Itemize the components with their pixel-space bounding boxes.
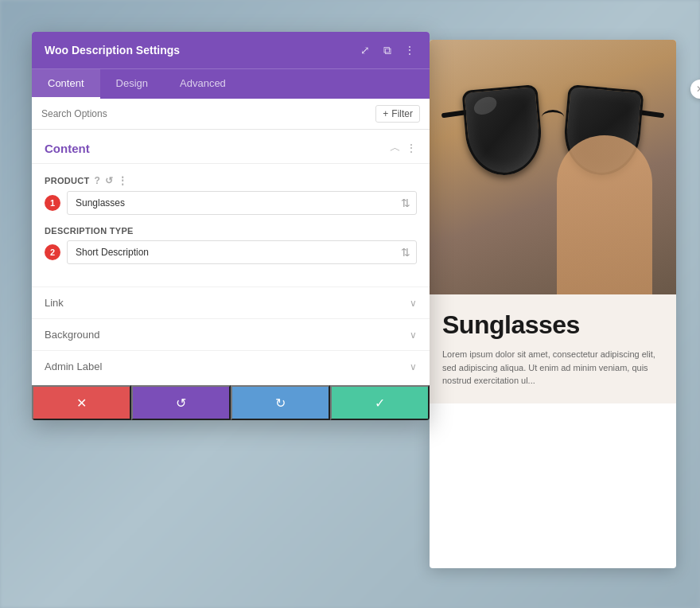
collapsible-admin-label[interactable]: Admin Label ∨ bbox=[32, 350, 430, 382]
description-type-select-wrapper: Short Description Long Description ⇅ bbox=[67, 240, 417, 264]
product-field-row: 1 Sunglasses Glasses Hat ⇅ bbox=[45, 191, 417, 215]
search-bar: + Filter bbox=[32, 99, 430, 130]
collapsible-link[interactable]: Link ∨ bbox=[32, 286, 430, 318]
action-bar: ✕ ↺ ↻ ✓ bbox=[32, 385, 430, 420]
collapse-icon[interactable]: ︿ bbox=[390, 141, 401, 155]
product-help-icon[interactable]: ? bbox=[95, 175, 101, 186]
collapsible-background-chevron: ∨ bbox=[410, 329, 417, 341]
preview-description: Lorem ipsum dolor sit amet, consectetur … bbox=[442, 348, 663, 388]
expand-icon[interactable]: ⤢ bbox=[358, 43, 372, 57]
collapsible-link-label: Link bbox=[45, 297, 64, 309]
product-select-wrapper: Sunglasses Glasses Hat ⇅ bbox=[67, 191, 417, 215]
product-label: Product ? ↺ ⋮ bbox=[45, 175, 417, 186]
collapsible-background-label: Background bbox=[45, 329, 99, 341]
description-type-label-text: Description Type bbox=[45, 226, 134, 236]
more-icon[interactable]: ⋮ bbox=[402, 43, 417, 57]
panel-body: Content ︿ ⋮ Product ? ↺ ⋮ 1 bbox=[32, 130, 430, 420]
product-reset-icon[interactable]: ↺ bbox=[105, 175, 113, 186]
redo-button[interactable]: ↻ bbox=[231, 385, 330, 420]
filter-button[interactable]: + Filter bbox=[375, 105, 420, 123]
filter-label: Filter bbox=[391, 108, 413, 119]
product-more-icon[interactable]: ⋮ bbox=[118, 175, 127, 186]
cancel-icon: ✕ bbox=[76, 396, 87, 411]
description-type-field-row: 2 Short Description Long Description ⇅ bbox=[45, 240, 417, 264]
save-button[interactable]: ✓ bbox=[330, 385, 430, 420]
section-header: Content ︿ ⋮ bbox=[32, 130, 430, 164]
collapsible-background[interactable]: Background ∨ bbox=[32, 318, 430, 350]
product-select[interactable]: Sunglasses Glasses Hat bbox=[67, 191, 417, 215]
filter-plus-icon: + bbox=[383, 108, 388, 119]
step-badge-2: 2 bbox=[45, 244, 60, 260]
save-icon: ✓ bbox=[375, 396, 385, 411]
preview-panel: Sunglasses Lorem ipsum dolor sit amet, c… bbox=[430, 40, 676, 568]
product-label-text: Product bbox=[45, 176, 90, 185]
tab-advanced[interactable]: Advanced bbox=[164, 69, 242, 99]
description-type-label: Description Type bbox=[45, 226, 417, 236]
section-more-icon[interactable]: ⋮ bbox=[406, 142, 417, 154]
tab-design[interactable]: Design bbox=[100, 69, 164, 99]
collapsible-link-chevron: ∨ bbox=[410, 298, 417, 309]
tab-content[interactable]: Content bbox=[32, 69, 100, 99]
collapsible-admin-label-text: Admin Label bbox=[45, 361, 102, 372]
preview-image bbox=[430, 40, 676, 294]
description-type-field-group: Description Type 2 Short Description Lon… bbox=[45, 226, 417, 264]
content-area: Product ? ↺ ⋮ 1 Sunglasses Glasses Hat ⇅ bbox=[32, 164, 430, 286]
cancel-button[interactable]: ✕ bbox=[32, 385, 131, 420]
settings-panel: Woo Description Settings ⤢ ⧉ ⋮ Content D… bbox=[32, 32, 430, 420]
step-badge-1: 1 bbox=[45, 195, 60, 211]
search-input[interactable] bbox=[41, 108, 375, 119]
collapsible-admin-chevron: ∨ bbox=[410, 361, 417, 372]
undo-icon: ↺ bbox=[176, 396, 186, 411]
panel-title: Woo Description Settings bbox=[45, 44, 180, 57]
duplicate-icon[interactable]: ⧉ bbox=[380, 43, 395, 57]
header-icons: ⤢ ⧉ ⋮ bbox=[358, 43, 417, 57]
redo-icon: ↻ bbox=[275, 396, 286, 411]
tabs-bar: Content Design Advanced bbox=[32, 68, 430, 99]
preview-content: Sunglasses Lorem ipsum dolor sit amet, c… bbox=[430, 294, 676, 403]
product-field-group: Product ? ↺ ⋮ 1 Sunglasses Glasses Hat ⇅ bbox=[45, 175, 417, 215]
hand-overlay bbox=[557, 135, 652, 294]
section-title: Content bbox=[45, 142, 90, 155]
section-controls: ︿ ⋮ bbox=[390, 141, 417, 155]
undo-button[interactable]: ↺ bbox=[131, 385, 231, 420]
panel-header: Woo Description Settings ⤢ ⧉ ⋮ bbox=[32, 32, 430, 68]
description-type-select[interactable]: Short Description Long Description bbox=[67, 240, 417, 264]
preview-product-title: Sunglasses bbox=[442, 310, 663, 340]
